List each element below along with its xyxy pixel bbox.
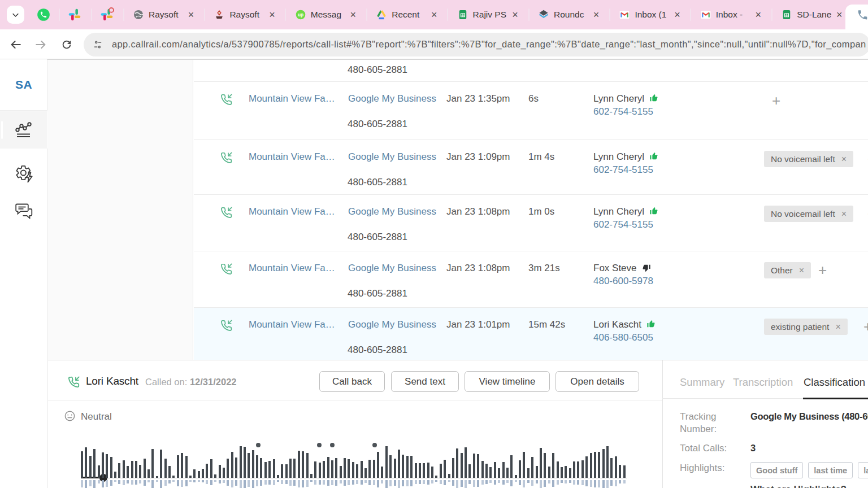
waveform-reflection-bar	[468, 480, 471, 484]
waveform-reflection-bar	[206, 480, 208, 484]
back-icon[interactable]	[10, 38, 22, 51]
tab-close-icon[interactable]: ×	[834, 10, 844, 20]
caller-cell: Lori Kascht	[593, 319, 656, 330]
waveform-marker-dot[interactable]	[256, 443, 261, 447]
caller-phone-link[interactable]: 406-580-6505	[593, 332, 653, 343]
tab-close-icon[interactable]: ×	[348, 10, 358, 20]
browser-tab[interactable]: Inbox (1×	[613, 3, 690, 26]
browser-tab[interactable]: upMessag×	[289, 3, 366, 26]
waveform-bar	[256, 455, 258, 478]
call-source-link[interactable]: Google My Business	[348, 93, 436, 104]
call-company-link[interactable]: Mountain View Fa…	[249, 263, 335, 274]
call-tag[interactable]: existing patient×	[764, 319, 848, 335]
waveform-marker-dot[interactable]	[372, 443, 377, 447]
open-details-button[interactable]: Open details	[555, 371, 639, 392]
browser-tab[interactable]: Rajiv PS×	[452, 3, 528, 26]
tag-remove-icon[interactable]: ×	[799, 265, 804, 276]
call-back-button[interactable]: Call back	[319, 371, 385, 392]
view-timeline-button[interactable]: View timeline	[465, 371, 550, 392]
highlight-chip[interactable]: last time	[858, 462, 868, 478]
tracking-number: 480-605-2881	[348, 64, 407, 76]
row-divider	[194, 140, 868, 140]
call-time: Jan 23 1:08pm	[446, 263, 510, 274]
waveform-reflection-bar	[160, 480, 162, 488]
browser-tab[interactable]: Raysoft×	[127, 3, 204, 26]
add-tag-button[interactable]: +	[772, 95, 780, 106]
sidebar-item-settings[interactable]	[0, 154, 47, 191]
call-tag[interactable]: No voicemail left×	[764, 206, 853, 222]
waveform-bar	[248, 453, 250, 478]
tab-close-icon[interactable]: ×	[429, 10, 439, 20]
address-bar[interactable]: app.callrail.com/analytics/a/537900785/r…	[84, 33, 868, 56]
waveform-reflection-bar	[144, 480, 146, 486]
tab-close-icon[interactable]: ×	[186, 10, 196, 20]
add-tag-button[interactable]: +	[818, 264, 827, 276]
pinned-tab-slack-notification[interactable]	[96, 3, 118, 26]
highlights-help-link[interactable]: What are Highlights?	[750, 484, 847, 488]
incoming-call-icon	[220, 152, 232, 164]
highlight-chip[interactable]: last time	[808, 462, 853, 478]
call-duration: 1m 0s	[528, 206, 554, 217]
call-source-link[interactable]: Google My Business	[348, 263, 436, 274]
highlight-chip[interactable]: Good stuff	[750, 462, 803, 478]
detail-tab-classification[interactable]: Classification	[804, 376, 865, 389]
caller-phone-link[interactable]: 480-600-5978	[593, 276, 653, 287]
tab-close-icon[interactable]: ×	[753, 10, 763, 20]
browser-tab[interactable]: Raysoft×	[208, 3, 285, 26]
call-company-link[interactable]: Mountain View Fa…	[249, 151, 335, 163]
waveform-reflection-bar	[364, 480, 367, 483]
browser-tab[interactable]: SD-Lane×	[775, 3, 852, 26]
caller-phone-link[interactable]: 602-754-5155	[593, 164, 653, 176]
waveform-reflection-bar	[252, 480, 254, 488]
waveform-bar	[440, 464, 442, 478]
tab-close-icon[interactable]: ×	[672, 10, 682, 20]
send-text-button[interactable]: Send text	[391, 371, 459, 392]
call-company-link[interactable]: Mountain View Fa…	[249, 206, 335, 217]
reload-icon[interactable]	[60, 38, 73, 51]
call-tag[interactable]: No voicemail left×	[764, 151, 853, 167]
tag-remove-icon[interactable]: ×	[841, 154, 847, 164]
waveform-bar	[327, 457, 329, 478]
add-tag-button[interactable]: +	[863, 321, 868, 332]
browser-tab[interactable]: Recent×	[370, 3, 447, 26]
tab-close-icon[interactable]: ×	[510, 10, 520, 20]
tab-close-icon[interactable]: ×	[267, 10, 277, 20]
waveform-marker-dot[interactable]	[330, 443, 335, 447]
forward-icon[interactable]	[34, 38, 47, 51]
detail-divider	[48, 400, 662, 400]
tab-search-button[interactable]	[7, 6, 24, 24]
waveform-reflection-bar	[85, 480, 87, 488]
call-source-link[interactable]: Google My Business	[348, 206, 436, 217]
waveform-reflection-bar	[340, 480, 342, 483]
call-source-link[interactable]: Google My Business	[348, 319, 436, 330]
waveform-marker-dot[interactable]	[317, 443, 322, 447]
waveform-bar	[151, 449, 154, 478]
tag-remove-icon[interactable]: ×	[835, 322, 840, 332]
pinned-tab-whatsapp[interactable]	[32, 3, 55, 26]
detail-tab-transcription[interactable]: Transcription	[733, 376, 793, 389]
browser-tab[interactable]: Roundc×	[532, 3, 609, 26]
sidebar-item-reports[interactable]	[0, 111, 47, 149]
tag-label: No voicemail left	[771, 209, 835, 219]
active-browser-tab[interactable]	[845, 5, 868, 29]
pinned-tab-slack[interactable]	[63, 3, 86, 26]
detail-tab-summary[interactable]: Summary	[680, 376, 724, 389]
call-company-link[interactable]: Mountain View Fa…	[249, 93, 335, 104]
globe-icon	[133, 9, 144, 20]
caller-phone-link[interactable]: 602-754-5155	[593, 219, 653, 230]
account-logo[interactable]: SA	[0, 78, 47, 91]
site-info-icon[interactable]	[92, 38, 104, 51]
tag-remove-icon[interactable]: ×	[841, 209, 847, 219]
tab-close-icon[interactable]: ×	[591, 10, 601, 20]
sidebar-item-conversations[interactable]	[0, 193, 47, 230]
waveform-bar	[310, 474, 313, 478]
browser-tab[interactable]: Inbox -×	[695, 3, 771, 26]
waveform-bar	[615, 456, 617, 478]
call-tag[interactable]: Other×	[764, 262, 811, 278]
waveform-reflection-bar	[361, 480, 363, 485]
caller-phone-link[interactable]: 602-754-5155	[593, 106, 653, 117]
waveform-reflection-bar	[398, 480, 400, 488]
call-company-link[interactable]: Mountain View Fa…	[249, 319, 335, 330]
call-source-link[interactable]: Google My Business	[348, 151, 436, 163]
gmail-icon	[700, 9, 711, 20]
